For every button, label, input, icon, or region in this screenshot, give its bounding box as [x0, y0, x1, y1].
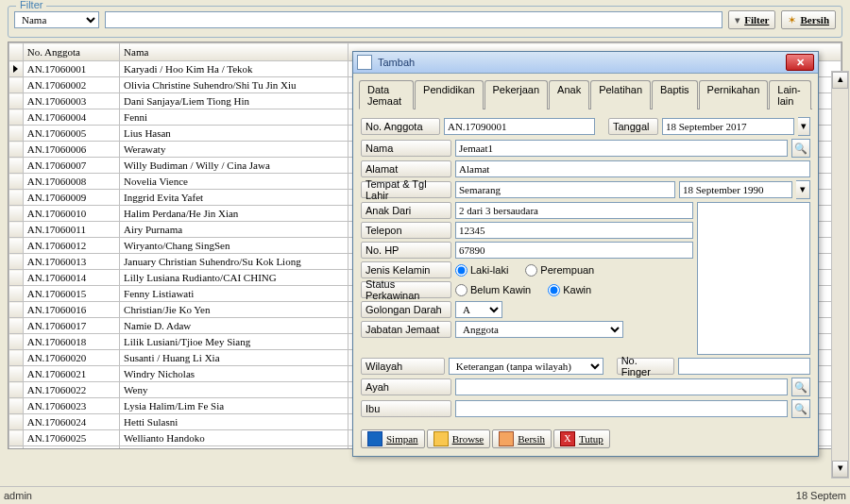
cell-nama: Fenny Listiawati	[120, 286, 348, 302]
folder-icon	[434, 431, 449, 446]
cell-nama: Olivia Christine Suhendro/Shi Tu Jin Xiu	[120, 77, 348, 93]
tanggal-dropdown-icon[interactable]: ▾	[798, 117, 810, 136]
status-date: 18 Septem	[796, 490, 846, 501]
cell-no: AN.17060021	[23, 366, 119, 382]
close-icon[interactable]: ✕	[786, 54, 814, 71]
scroll-up-icon[interactable]: ▴	[832, 72, 848, 89]
tab-pelatihan[interactable]: Pelatihan	[590, 80, 651, 109]
add-dialog: Tambah ✕ Data JemaatPendidikanPekerjaanA…	[352, 51, 819, 457]
cell-nama: Joshua Ryan Bagus Hermato	[120, 446, 348, 450]
tab-baptis[interactable]: Baptis	[652, 80, 698, 109]
cell-nama: Weny	[120, 382, 348, 398]
cell-no: AN.17060025	[23, 430, 119, 446]
tab-anak[interactable]: Anak	[549, 80, 589, 109]
browse-button[interactable]: Browse	[427, 429, 491, 448]
nama-search-icon[interactable]: 🔍	[791, 139, 810, 158]
cell-no: AN.17060007	[23, 158, 119, 174]
simpan-button[interactable]: Simpan	[361, 429, 425, 448]
cell-nama: Windry Nicholas	[120, 366, 348, 382]
tgl-lahir-input[interactable]	[679, 181, 792, 198]
tab-lain-lain[interactable]: Lain-lain	[769, 80, 811, 109]
cell-nama: Halim Perdana/He Jin Xian	[120, 206, 348, 222]
filter-legend: Filter	[16, 0, 46, 10]
cell-no: AN.17060005	[23, 126, 119, 142]
cell-nama: January Christian Suhendro/Su Kok Liong	[120, 254, 348, 270]
tab-data-jemaat[interactable]: Data Jemaat	[359, 80, 414, 109]
tanggal-input[interactable]	[662, 118, 794, 135]
bersih-button[interactable]: Bersih	[492, 429, 552, 448]
label-anak-dari: Anak Dari	[361, 202, 451, 219]
no-anggota-input[interactable]	[444, 118, 595, 135]
broom-icon: ✶	[788, 14, 796, 26]
sk-kawin-radio[interactable]: Kawin	[548, 284, 591, 296]
nama-input[interactable]	[455, 140, 788, 157]
label-jenis-kelamin: Jenis Kelamin	[361, 261, 451, 278]
cell-nama: Wiryanto/Chang SingSen	[120, 238, 348, 254]
ayah-input[interactable]	[455, 378, 788, 395]
label-tanggal: Tanggal	[608, 118, 658, 135]
dialog-titlebar[interactable]: Tambah ✕	[353, 52, 818, 74]
jk-perempuan-radio[interactable]: Perempuan	[525, 264, 594, 277]
cell-nama: Lilly Lusiana Rudianto/CAI CHING	[120, 270, 348, 286]
scroll-down-icon[interactable]: ▾	[832, 461, 848, 478]
broom-icon	[499, 431, 514, 446]
cell-no: AN.17060008	[23, 174, 119, 190]
clear-button[interactable]: ✶ Bersih	[781, 10, 836, 29]
ayah-search-icon[interactable]: 🔍	[791, 378, 810, 396]
tab-pendidikan[interactable]: Pendidikan	[415, 80, 483, 109]
anak-dari-input[interactable]	[455, 202, 693, 219]
save-icon	[367, 431, 382, 446]
vertical-scrollbar[interactable]: ▴ ▾	[831, 71, 849, 479]
col-nama[interactable]: Nama	[120, 43, 348, 61]
cell-nama: Fenni	[120, 109, 348, 126]
cell-nama: Werawaty	[120, 142, 348, 158]
filter-group: Filter Nama ▾ Filter ✶ Bersih	[8, 6, 842, 38]
tab-pernikahan[interactable]: Pernikahan	[699, 80, 769, 109]
close-x-icon: X	[560, 431, 575, 446]
row-header-col	[9, 43, 24, 61]
current-row-icon	[13, 65, 18, 73]
tempat-lahir-input[interactable]	[455, 181, 675, 198]
cell-no: AN.17060001	[23, 61, 119, 77]
label-no-anggota: No. Anggota	[361, 118, 440, 135]
gol-darah-select[interactable]: A	[455, 301, 502, 318]
no-hp-input[interactable]	[455, 242, 693, 259]
col-no-anggota[interactable]: No. Anggota	[23, 43, 119, 61]
filter-value-input[interactable]	[105, 11, 722, 28]
cell-no: AN.17060014	[23, 270, 119, 286]
label-wilayah: Wilayah	[361, 358, 445, 375]
cell-nama: Willy Budiman / Willy / Cina Jawa	[120, 158, 348, 174]
funnel-icon: ▾	[735, 14, 740, 26]
label-ttl: Tempat & Tgl Lahir	[361, 181, 451, 198]
label-status-kawin: Status Perkawinan	[361, 281, 451, 298]
label-jabatan: Jabatan Jemaat	[361, 321, 451, 338]
no-finger-input[interactable]	[678, 358, 810, 375]
cell-no: AN.17060009	[23, 190, 119, 206]
cell-no: AN.17060017	[23, 318, 119, 334]
status-bar: admin 18 Septem	[0, 486, 850, 504]
cell-nama: Karyadi / Hoo Kim Ha / Tekok	[120, 61, 348, 77]
telepon-input[interactable]	[455, 222, 693, 239]
cell-no: AN.17060003	[23, 93, 119, 109]
sk-belum-radio[interactable]: Belum Kawin	[455, 284, 531, 296]
wilayah-select[interactable]: Keterangan (tanpa wilayah)	[449, 358, 604, 375]
ibu-input[interactable]	[455, 400, 788, 417]
photo-box[interactable]	[697, 202, 810, 355]
tutup-button[interactable]: XTutup	[553, 429, 610, 448]
cell-nama: Lius Hasan	[120, 126, 348, 142]
filter-button[interactable]: ▾ Filter	[728, 10, 775, 29]
alamat-input[interactable]	[455, 160, 810, 177]
cell-nama: Dani Sanjaya/Liem Tiong Hin	[120, 93, 348, 109]
jk-laki-radio[interactable]: Laki-laki	[455, 264, 508, 277]
cell-no: AN.17060006	[23, 142, 119, 158]
cell-no: AN.17060002	[23, 77, 119, 93]
tgl-lahir-dropdown-icon[interactable]: ▾	[796, 180, 810, 199]
label-alamat: Alamat	[361, 160, 451, 177]
jabatan-select[interactable]: Anggota	[455, 321, 623, 338]
filter-field-select[interactable]: Nama	[14, 11, 99, 28]
cell-no: AN.17060011	[23, 222, 119, 238]
label-gol-darah: Golongan Darah	[361, 301, 451, 318]
cell-no: AN.17060013	[23, 254, 119, 270]
ibu-search-icon[interactable]: 🔍	[791, 399, 810, 418]
tab-pekerjaan[interactable]: Pekerjaan	[484, 80, 549, 109]
